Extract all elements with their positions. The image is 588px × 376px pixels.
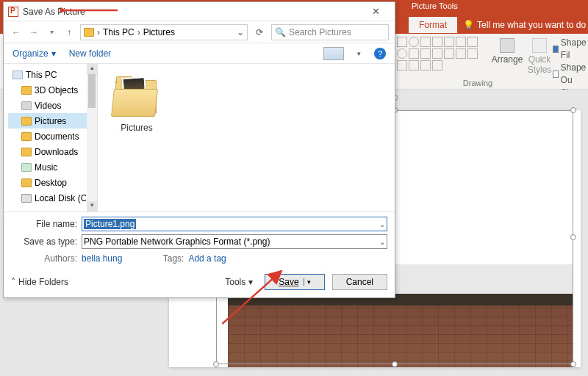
chevron-right-icon: ›: [137, 27, 140, 37]
tree-label: Videos: [35, 101, 61, 111]
saveastype-label: Save as type:: [11, 236, 82, 247]
saveastype-value: PNG Portable Network Graphics Format (*.…: [84, 236, 270, 247]
resize-handle-bl[interactable]: [213, 361, 219, 367]
nav-back-button[interactable]: ←: [10, 27, 23, 37]
shapes-gallery[interactable]: [397, 37, 485, 78]
address-bar[interactable]: › This PC › Pictures ⌄: [80, 24, 248, 40]
tree-music[interactable]: Music: [8, 159, 97, 175]
scroll-down-button[interactable]: ▾: [87, 201, 97, 212]
nav-recent-button[interactable]: ▾: [45, 28, 58, 36]
chevron-down-icon[interactable]: ⌄: [379, 220, 385, 228]
new-folder-button[interactable]: New folder: [69, 48, 111, 59]
tree-documents[interactable]: Documents: [8, 129, 97, 144]
tell-me-search[interactable]: 💡 Tell me what you want to do: [463, 20, 586, 30]
address-dropdown[interactable]: ⌄: [237, 27, 244, 37]
quick-styles-button[interactable]: Quick Styles: [525, 38, 554, 75]
tree-pictures[interactable]: Pictures: [8, 113, 97, 129]
saveastype-field[interactable]: PNG Portable Network Graphics Format (*.…: [82, 234, 387, 249]
tree-downloads[interactable]: Downloads: [8, 144, 97, 159]
downloads-icon: [21, 148, 32, 156]
tab-format[interactable]: Format: [409, 17, 457, 33]
save-split-dropdown[interactable]: ▾: [304, 278, 311, 286]
save-button[interactable]: Save▾: [265, 274, 324, 290]
powerpoint-icon: [8, 7, 18, 17]
folder-item-pictures[interactable]: Pictures: [104, 70, 170, 133]
chevron-down-icon[interactable]: ⌄: [379, 238, 385, 246]
dialog-toolbar: Organize▾ New folder ▾ ?: [4, 43, 395, 64]
navigation-pane: This PC 3D Objects Videos Pictures Docum…: [4, 64, 98, 212]
nav-forward-button[interactable]: →: [27, 27, 40, 37]
tree-label: This PC: [26, 70, 57, 80]
scroll-up-button[interactable]: ▴: [87, 64, 97, 74]
shape-fill-button[interactable]: Shape Fil: [553, 37, 588, 62]
refresh-button[interactable]: ⟳: [252, 27, 267, 37]
dialog-title: Save As Picture: [23, 7, 361, 17]
tree-desktop[interactable]: Desktop: [8, 175, 97, 190]
tags-value[interactable]: Add a tag: [188, 253, 248, 264]
cancel-button[interactable]: Cancel: [332, 274, 387, 290]
dialog-bottom-panel: File name: Picture1.png ⌄ Save as type: …: [4, 212, 395, 297]
organize-label: Organize: [12, 48, 49, 59]
dialog-nav-bar: ← → ▾ ↑ › This PC › Pictures ⌄ ⟳ 🔍 Searc…: [4, 21, 395, 43]
tree-3d-objects[interactable]: 3D Objects: [8, 82, 97, 98]
breadcrumb-current[interactable]: Pictures: [143, 27, 175, 37]
tree-label: Documents: [35, 131, 79, 142]
dialog-body: This PC 3D Objects Videos Pictures Docum…: [4, 64, 395, 212]
documents-icon: [21, 132, 32, 141]
tree-this-pc[interactable]: This PC: [8, 67, 97, 82]
help-button[interactable]: ?: [374, 48, 386, 59]
authors-label: Authors:: [11, 253, 82, 264]
resize-handle-tr[interactable]: [570, 107, 576, 113]
folder-thumbnail: [112, 76, 161, 118]
tree-label: Local Disk (C:): [35, 193, 86, 203]
hide-folders-label: Hide Folders: [18, 277, 68, 287]
chevron-right-icon: ›: [97, 27, 100, 37]
tree-label: Pictures: [35, 116, 66, 126]
resize-handle-bm[interactable]: [392, 361, 398, 367]
filename-label: File name:: [11, 219, 82, 229]
search-placeholder: Search Pictures: [289, 27, 351, 37]
organize-button[interactable]: Organize▾: [12, 48, 56, 59]
arrange-label: Arrange: [492, 54, 523, 65]
folder-icon: [21, 86, 32, 95]
fill-swatch-icon: [553, 46, 559, 53]
chevron-down-icon[interactable]: ▾: [357, 50, 361, 57]
tree-local-disk[interactable]: Local Disk (C:): [8, 190, 97, 206]
hide-folders-button[interactable]: ˄Hide Folders: [11, 277, 68, 287]
sidebar-scrollbar[interactable]: ▴ ▾: [87, 64, 97, 212]
folder-tree: This PC 3D Objects Videos Pictures Docum…: [4, 64, 97, 206]
chevron-down-icon: ▾: [51, 48, 56, 59]
videos-icon: [21, 101, 32, 110]
view-options-button[interactable]: [323, 47, 344, 60]
tree-label: Music: [35, 162, 57, 173]
authors-value[interactable]: bella hung: [82, 253, 144, 264]
arrange-button[interactable]: Arrange: [491, 38, 523, 65]
folder-label: Pictures: [104, 123, 170, 133]
chevron-down-icon: ▾: [248, 277, 253, 287]
tell-me-label: Tell me what you want to do: [477, 20, 586, 30]
close-button[interactable]: ✕: [361, 6, 390, 17]
ribbon-group-drawing: Drawing: [397, 79, 559, 87]
nav-up-button[interactable]: ↑: [62, 27, 76, 37]
lightbulb-icon: 💡: [463, 20, 474, 30]
arrange-icon: [500, 38, 514, 53]
outline-swatch-icon: [553, 70, 559, 78]
dialog-titlebar[interactable]: Save As Picture ✕: [4, 2, 395, 21]
search-box[interactable]: 🔍 Search Pictures: [271, 24, 389, 40]
tree-label: 3D Objects: [35, 85, 78, 95]
breadcrumb-root[interactable]: This PC: [103, 27, 135, 37]
scroll-thumb[interactable]: [88, 74, 96, 108]
search-icon: 🔍: [275, 27, 286, 37]
tools-label: Tools: [225, 277, 245, 287]
resize-handle-mr[interactable]: [570, 234, 576, 240]
save-label: Save: [279, 277, 298, 287]
tools-button[interactable]: Tools▾: [225, 277, 253, 287]
quick-styles-label: Quick Styles: [528, 54, 552, 75]
tree-videos[interactable]: Videos: [8, 98, 97, 113]
pictures-icon: [21, 117, 32, 126]
tree-label: Desktop: [35, 178, 67, 188]
filename-field[interactable]: Picture1.png ⌄: [82, 217, 387, 231]
resize-handle-br[interactable]: [570, 361, 576, 367]
pc-icon: [12, 70, 23, 79]
file-list-pane[interactable]: Pictures: [98, 64, 395, 212]
